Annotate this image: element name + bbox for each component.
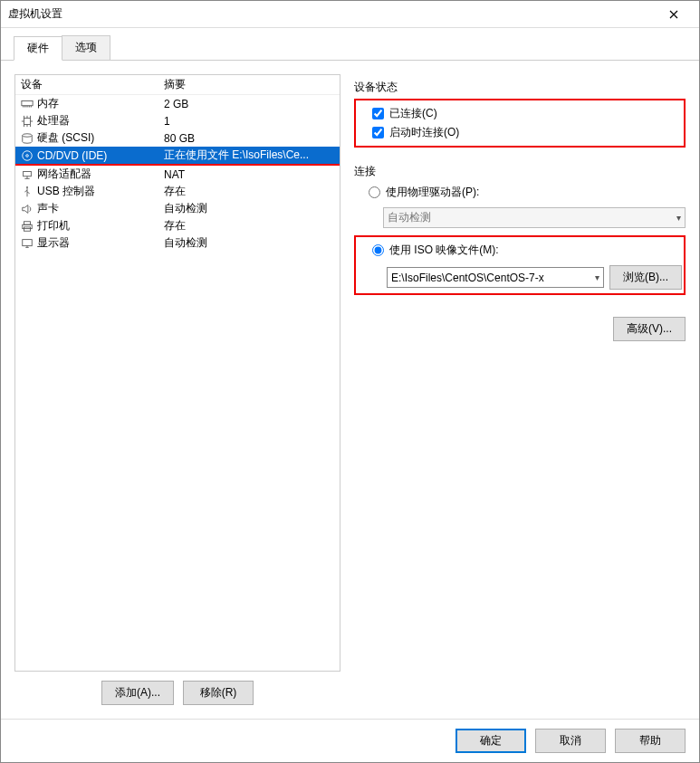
device-summary: 正在使用文件 E:\IsoFiles\Ce... <box>164 148 336 163</box>
device-row[interactable]: 处理器1 <box>15 112 340 129</box>
display-icon <box>21 237 34 250</box>
device-list-header: 设备 摘要 <box>15 75 340 95</box>
advanced-button[interactable]: 高级(V)... <box>613 317 686 341</box>
device-summary: 自动检测 <box>164 201 336 216</box>
device-row[interactable]: 硬盘 (SCSI)80 GB <box>15 129 340 147</box>
tab-hardware[interactable]: 硬件 <box>14 36 62 61</box>
use-iso-radio-row[interactable]: 使用 ISO 映像文件(M): <box>358 241 682 260</box>
svg-point-4 <box>26 154 29 157</box>
content-area: 设备 摘要 内存2 GB处理器1硬盘 (SCSI)80 GBCD/DVD (ID… <box>1 61 699 719</box>
sound-icon <box>21 203 34 215</box>
use-iso-radio[interactable] <box>372 244 384 256</box>
ok-button[interactable]: 确定 <box>455 729 526 753</box>
dialog-footer: 确定 取消 帮助 <box>1 719 699 762</box>
device-name: 网络适配器 <box>37 167 91 182</box>
close-icon <box>669 10 678 19</box>
add-button[interactable]: 添加(A)... <box>101 681 174 705</box>
device-name: 处理器 <box>37 113 70 129</box>
connection-group: 连接 使用物理驱动器(P): 自动检测 ▾ 使用 ISO 映像文件(M): <box>354 162 686 302</box>
connect-at-power-checkbox[interactable] <box>372 127 384 138</box>
svg-rect-7 <box>24 221 31 224</box>
col-device: 设备 <box>19 77 164 92</box>
device-name: 硬盘 (SCSI) <box>37 130 94 146</box>
connection-label: 连接 <box>354 164 686 179</box>
use-physical-radio[interactable] <box>369 186 380 198</box>
tab-options[interactable]: 选项 <box>62 35 110 60</box>
svg-point-6 <box>26 186 28 187</box>
window-title: 虚拟机设置 <box>8 6 656 22</box>
device-name: 显示器 <box>37 235 70 251</box>
device-summary: 2 GB <box>164 98 336 110</box>
device-summary: 存在 <box>164 218 336 234</box>
net-icon <box>21 168 34 181</box>
remove-button[interactable]: 移除(R) <box>183 681 254 705</box>
cd-icon <box>21 149 34 162</box>
device-row[interactable]: 显示器自动检测 <box>15 234 340 252</box>
advanced-button-row: 高级(V)... <box>354 317 686 341</box>
use-iso-label: 使用 ISO 映像文件(M): <box>389 243 499 258</box>
device-summary: 80 GB <box>164 132 336 145</box>
titlebar: 虚拟机设置 <box>1 1 699 28</box>
device-summary: 自动检测 <box>164 235 336 251</box>
help-button[interactable]: 帮助 <box>615 729 686 753</box>
connect-at-power-label: 启动时连接(O) <box>389 125 459 140</box>
device-row[interactable]: 内存2 GB <box>15 95 340 112</box>
left-panel: 设备 摘要 内存2 GB处理器1硬盘 (SCSI)80 GBCD/DVD (ID… <box>14 74 340 705</box>
tab-bar: 硬件 选项 <box>1 28 699 61</box>
device-summary: 1 <box>164 115 336 128</box>
svg-rect-10 <box>23 239 33 245</box>
connect-at-power-checkbox-row[interactable]: 启动时连接(O) <box>358 123 682 142</box>
device-name: CD/DVD (IDE) <box>37 149 107 162</box>
svg-rect-1 <box>24 118 31 124</box>
device-status-group: 设备状态 已连接(C) 启动时连接(O) <box>354 78 686 155</box>
chevron-down-icon: ▾ <box>676 213 681 223</box>
memory-icon <box>21 98 34 110</box>
cancel-button[interactable]: 取消 <box>535 729 606 753</box>
close-button[interactable] <box>656 2 692 27</box>
connected-checkbox[interactable] <box>372 108 384 119</box>
device-row[interactable]: 声卡自动检测 <box>15 200 340 217</box>
svg-point-2 <box>23 133 33 137</box>
device-summary: 存在 <box>164 184 336 199</box>
highlight-box-iso: 使用 ISO 映像文件(M): E:\IsoFiles\CentOS\CentO… <box>354 235 686 295</box>
device-summary: NAT <box>164 168 336 181</box>
device-list: 设备 摘要 内存2 GB处理器1硬盘 (SCSI)80 GBCD/DVD (ID… <box>14 74 340 672</box>
device-status-label: 设备状态 <box>354 80 686 95</box>
svg-rect-5 <box>24 171 32 176</box>
svg-rect-0 <box>22 100 33 105</box>
use-physical-radio-row[interactable]: 使用物理驱动器(P): <box>354 183 686 202</box>
iso-path-value: E:\IsoFiles\CentOS\CentOS-7-x <box>391 272 544 284</box>
device-row[interactable]: 打印机存在 <box>15 217 340 234</box>
physical-drive-combo: 自动检测 ▾ <box>383 207 686 228</box>
browse-button[interactable]: 浏览(B)... <box>609 265 682 290</box>
right-panel: 设备状态 已连接(C) 启动时连接(O) 连接 使用物理驱动器(P) <box>354 74 686 705</box>
connected-checkbox-row[interactable]: 已连接(C) <box>358 104 682 123</box>
highlight-box-status: 已连接(C) 启动时连接(O) <box>354 99 686 148</box>
physical-drive-value: 自动检测 <box>388 210 431 225</box>
device-row[interactable]: USB 控制器存在 <box>15 183 340 200</box>
device-name: 打印机 <box>37 218 70 234</box>
device-name: 内存 <box>37 96 59 111</box>
vm-settings-window: 虚拟机设置 硬件 选项 设备 摘要 内存2 GB处理器1硬盘 (SCSI)80 … <box>0 0 700 763</box>
device-list-buttons: 添加(A)... 移除(R) <box>14 681 340 705</box>
printer-icon <box>21 220 34 233</box>
col-summary: 摘要 <box>164 77 336 92</box>
cpu-icon <box>21 115 34 128</box>
use-physical-label: 使用物理驱动器(P): <box>386 185 479 200</box>
device-row[interactable]: 网络适配器NAT <box>15 166 340 183</box>
device-row[interactable]: CD/DVD (IDE)正在使用文件 E:\IsoFiles\Ce... <box>15 147 340 164</box>
usb-icon <box>21 186 34 198</box>
chevron-down-icon: ▾ <box>595 272 599 282</box>
disk-icon <box>21 132 34 145</box>
iso-path-combo[interactable]: E:\IsoFiles\CentOS\CentOS-7-x ▾ <box>387 267 604 288</box>
device-name: 声卡 <box>37 201 59 216</box>
device-name: USB 控制器 <box>37 184 95 199</box>
svg-point-3 <box>23 150 33 160</box>
connected-label: 已连接(C) <box>389 106 437 121</box>
